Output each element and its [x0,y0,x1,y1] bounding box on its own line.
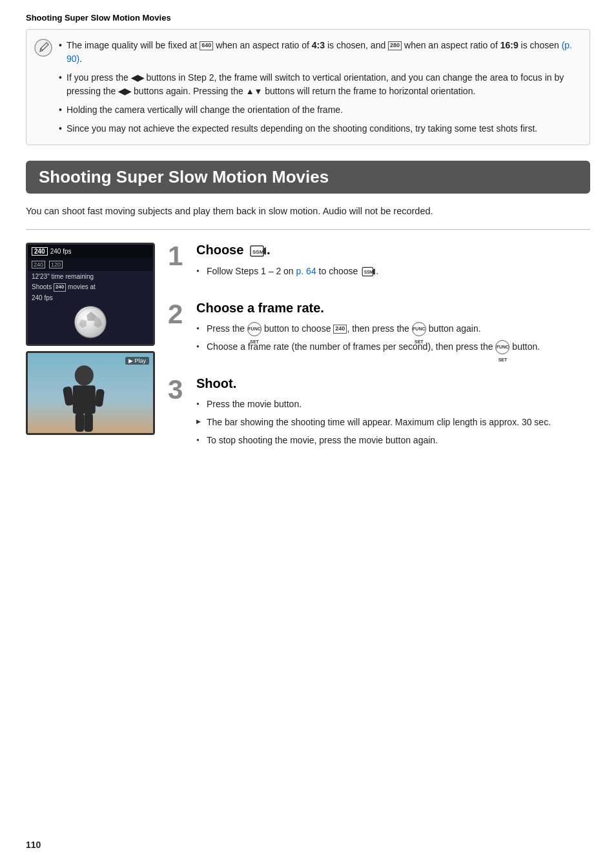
res-280-icon: 280 [388,41,402,50]
arrow-lr-icon-2: ◀▶ [118,86,131,96]
camera-res-bar: 240 120 [28,258,153,271]
fps-label: 240 fps [50,248,72,255]
res-badge-240: 240 [32,261,45,268]
svg-marker-17 [373,268,375,275]
res-640-icon: 640 [200,41,213,50]
step-1-heading: Choose SSM . [196,243,590,258]
step-3-bullet-2: The bar showing the shooting time will a… [196,416,590,430]
camera-top-bar: 240 240 fps [28,245,153,258]
arrow-ud-icon: ▲▼ [246,86,263,96]
note-box: The image quality will be fixed at 640 w… [26,29,590,145]
person-image [28,353,153,433]
movie-res-icon: 240 [54,283,66,291]
link-p64[interactable]: p. 64 [296,266,316,276]
svg-rect-12 [84,413,93,432]
svg-text:SSM: SSM [252,249,264,255]
svg-marker-14 [263,247,266,255]
slow-motion-icon: SSM [250,244,267,258]
step-1-number: 1 [168,243,189,282]
note-list: The image quality will be fixed at 640 w… [59,39,579,136]
ball-area [28,303,153,341]
fps-value: 240 fps [28,293,153,303]
step-2-bullet-2: Choose a frame rate (the number of frame… [196,340,590,354]
step-2-number: 2 [168,301,189,359]
photo-playback: ▶ Play [26,351,155,435]
pencil-icon [34,39,52,57]
step-2-body: Choose a frame rate. Press the FUNCSET b… [196,301,590,359]
steps-images: 240 240 fps 240 120 12'23" time remainin… [26,243,155,469]
ball-pattern [75,307,107,339]
time-remaining: 12'23" time remaining [28,271,153,282]
section-title: Shooting Super Slow Motion Movies [26,161,590,194]
step-2-bullet-1: Press the FUNCSET button to choose 240, … [196,322,590,336]
note-item-3: Holding the camera vertically will chang… [59,103,579,117]
svg-marker-5 [94,316,102,328]
fps-240-icon: 240 [333,325,347,334]
step-1-bullets: Follow Steps 1 – 2 on p. 64 to choose SS… [196,265,590,279]
res-badge-120: 120 [49,261,63,268]
svg-point-7 [75,365,94,385]
slow-motion-icon-small: SSM [362,266,376,278]
svg-rect-11 [76,413,85,432]
play-badge: ▶ Play [125,357,149,365]
step-1-bullet-1: Follow Steps 1 – 2 on p. 64 to choose SS… [196,265,590,279]
top-label: Shooting Super Slow Motion Movies [26,13,590,23]
page-number: 110 [26,840,41,850]
content-divider [26,229,590,230]
step-2-bullets: Press the FUNCSET button to choose 240, … [196,322,590,355]
fps-badge-240: 240 [32,247,48,256]
step-2-heading: Choose a frame rate. [196,301,590,316]
note-item-4: Since you may not achieve the expected r… [59,122,579,136]
soccer-ball-image [74,306,107,338]
section-intro: You can shoot fast moving subjects and p… [26,204,590,219]
shoots-label: Shoots 240 movies at [28,282,153,293]
step-3-body: Shoot. Press the movie button. The bar s… [196,376,590,451]
steps-container: 240 240 fps 240 120 12'23" time remainin… [26,243,590,469]
note-item-1: The image quality will be fixed at 640 w… [59,39,579,66]
camera-screen-display: 240 240 fps 240 120 12'23" time remainin… [26,243,155,346]
arrow-lr-icon: ◀▶ [131,73,144,83]
steps-content: 1 Choose SSM . Follow Steps 1 – 2 on p. … [168,243,590,469]
svg-marker-4 [79,319,87,328]
svg-text:SSM: SSM [364,270,373,274]
note-item-2: If you press the ◀▶ buttons in Step 2, t… [59,71,579,98]
step-1: 1 Choose SSM . Follow Steps 1 – 2 on p. … [168,243,590,282]
step-3-bullets: Press the movie button. The bar showing … [196,398,590,447]
svg-marker-3 [87,312,96,321]
svg-rect-8 [73,385,96,414]
step-3-number: 3 [168,376,189,451]
func-set-btn-2: FUNCSET [412,322,426,336]
step-3-heading: Shoot. [196,376,590,391]
step-2: 2 Choose a frame rate. Press the FUNCSET… [168,301,590,359]
func-set-btn-1: FUNCSET [247,322,262,336]
step-3: 3 Shoot. Press the movie button. The bar… [168,376,590,451]
svg-point-0 [35,39,52,56]
step-1-body: Choose SSM . Follow Steps 1 – 2 on p. 64… [196,243,590,282]
step-3-bullet-3: To stop shooting the movie, press the mo… [196,434,590,448]
func-set-btn-3: FUNCSET [495,340,509,354]
step-3-bullet-1: Press the movie button. [196,398,590,412]
